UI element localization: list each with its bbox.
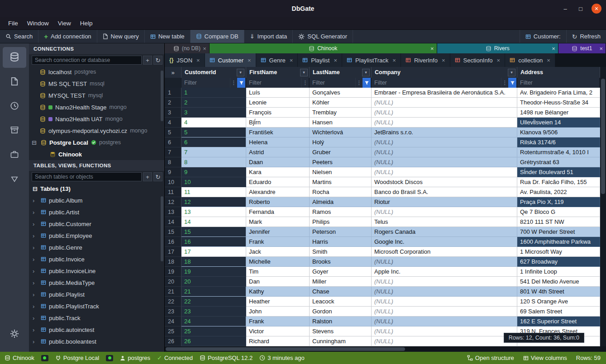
vertical-scrollbar[interactable]: [600, 67, 606, 346]
cell-company[interactable]: (NULL): [372, 336, 517, 346]
table-item-public-autoinctest[interactable]: ›public.autoinctest: [29, 324, 164, 336]
cell-lastname[interactable]: Stevens: [310, 326, 372, 336]
sidebar-files[interactable]: [3, 71, 26, 92]
cell-lastname[interactable]: Almeida: [310, 197, 372, 207]
sidebar-archive[interactable]: [3, 120, 26, 141]
tab-riverinfo[interactable]: RiverInfo×: [401, 53, 450, 67]
cell-lastname[interactable]: Philips: [310, 217, 372, 227]
cell-company[interactable]: Banco do Brasil S.A.: [372, 187, 517, 197]
toolbar-compare-db[interactable]: Compare DB: [191, 30, 244, 43]
connection-item-nano2health-uat[interactable]: Nano2Health UATmongo: [29, 113, 164, 125]
cell-company[interactable]: (NULL): [372, 257, 517, 267]
sidebar-connections[interactable]: [3, 47, 26, 68]
menu-window[interactable]: Window: [23, 19, 53, 28]
cell-customerid[interactable]: 24: [181, 317, 246, 326]
table-item-public-invoice[interactable]: ›public.Invoice: [29, 253, 164, 265]
db-tab-test1[interactable]: test1×: [558, 43, 606, 53]
table-item-public-invoiceline[interactable]: ›public.InvoiceLine: [29, 265, 164, 277]
cell-address[interactable]: 162 E Superior Street: [517, 317, 600, 326]
horizontal-scrollbar-thumb[interactable]: [166, 347, 405, 351]
menu-view[interactable]: View: [53, 19, 76, 28]
cell-company[interactable]: (NULL): [372, 118, 517, 128]
cell-address[interactable]: 1 Infinite Loop: [517, 267, 600, 277]
chevron-right-icon[interactable]: ›: [33, 209, 38, 216]
cell-customerid[interactable]: 5: [181, 128, 246, 137]
table-item-public-booleantest[interactable]: ›public.booleantest: [29, 336, 164, 347]
cell-company[interactable]: Microsoft Corporation: [372, 247, 517, 257]
cell-customerid[interactable]: 3: [181, 108, 246, 118]
row-number[interactable]: 6: [165, 137, 181, 147]
cell-address[interactable]: 8210 111 ST NW: [517, 217, 600, 227]
row-number[interactable]: 21: [165, 287, 181, 297]
toolbar-sql-generator[interactable]: SQL Generator: [293, 30, 353, 43]
table-item-public-playlist[interactable]: ›public.Playlist: [29, 288, 164, 300]
cell-firstname[interactable]: François: [246, 108, 310, 118]
row-number[interactable]: 15: [165, 227, 181, 237]
row-number[interactable]: 9: [165, 167, 181, 177]
chevron-down-icon[interactable]: ▾: [362, 69, 370, 76]
filter-input-customerid[interactable]: Filter⋮: [181, 78, 246, 88]
cell-address[interactable]: 700 W Pender Street: [517, 227, 600, 237]
cell-lastname[interactable]: Hansen: [310, 118, 372, 128]
cell-firstname[interactable]: Heather: [246, 297, 310, 307]
cell-address[interactable]: Theodor-Heuss-Straße 34: [517, 98, 600, 108]
chevron-right-icon[interactable]: ›: [33, 232, 38, 239]
cell-firstname[interactable]: Frank: [246, 317, 310, 326]
close-icon[interactable]: ×: [442, 57, 445, 64]
column-header-customerid[interactable]: CustomerId▾: [181, 67, 246, 78]
cell-firstname[interactable]: Frank: [246, 237, 310, 247]
chevron-down-icon[interactable]: ▾: [237, 69, 244, 76]
cell-company[interactable]: (NULL): [372, 277, 517, 287]
cell-customerid[interactable]: 9: [181, 167, 246, 177]
chevron-right-icon[interactable]: ›: [33, 256, 38, 263]
cell-firstname[interactable]: Alexandre: [246, 187, 310, 197]
row-number[interactable]: 20: [165, 277, 181, 287]
chevron-right-icon[interactable]: ›: [33, 338, 38, 345]
table-item-public-artist[interactable]: ›public.Artist: [29, 206, 164, 218]
cell-firstname[interactable]: Leonie: [246, 98, 310, 108]
status-view-columns[interactable]: View columns: [523, 355, 567, 361]
cell-lastname[interactable]: Gonçalves: [310, 88, 372, 98]
chevron-down-icon[interactable]: ▾: [508, 69, 515, 76]
tab-sectioninfo[interactable]: SectionInfo×: [450, 53, 506, 67]
status-3-minutes-ago[interactable]: 3 minutes ago: [259, 355, 305, 361]
cell-company[interactable]: Google Inc.: [372, 237, 517, 247]
cell-firstname[interactable]: Luís: [246, 88, 310, 98]
chevron-right-icon[interactable]: ›: [33, 315, 38, 321]
refresh-connections-button[interactable]: ↻: [153, 56, 162, 65]
expand-columns-button[interactable]: »: [165, 67, 181, 78]
table-item-public-track[interactable]: ›public.Track: [29, 312, 164, 324]
cell-firstname[interactable]: Victor: [246, 326, 310, 336]
cell-customerid[interactable]: 26: [181, 336, 246, 346]
cell-customerid[interactable]: 12: [181, 197, 246, 207]
row-number[interactable]: 23: [165, 307, 181, 317]
cell-company[interactable]: Rogers Canada: [372, 227, 517, 237]
menu-help[interactable]: Help: [76, 19, 97, 28]
column-header-firstname[interactable]: FirstName▾: [246, 67, 310, 78]
maximize-button[interactable]: □: [576, 5, 585, 12]
collapse-icon[interactable]: ⊟: [33, 185, 38, 192]
cell-lastname[interactable]: Harris: [310, 237, 372, 247]
close-icon[interactable]: ×: [334, 57, 337, 64]
status-chinook[interactable]: Chinook: [5, 355, 34, 361]
cell-address[interactable]: 541 Del Medio Avenue: [517, 277, 600, 287]
row-number[interactable]: 17: [165, 247, 181, 257]
row-number[interactable]: 5: [165, 128, 181, 137]
cell-customerid[interactable]: 6: [181, 137, 246, 147]
close-icon[interactable]: ×: [552, 45, 555, 52]
tab-playlist[interactable]: Playlist×: [298, 53, 342, 67]
cell-address[interactable]: Klanova 9/506: [517, 128, 600, 137]
row-number[interactable]: 1: [165, 88, 181, 98]
column-header-lastname[interactable]: LastName▾: [310, 67, 372, 78]
cell-address[interactable]: 1 Microsoft Way: [517, 247, 600, 257]
connection-item-mysql-test[interactable]: MYSQL TESTmysql: [29, 90, 164, 101]
table-item-public-customer[interactable]: ›public.Customer: [29, 218, 164, 230]
cell-customerid[interactable]: 10: [181, 177, 246, 187]
row-number[interactable]: 19: [165, 267, 181, 277]
status-connected[interactable]: ✓Connected: [157, 355, 193, 361]
chevron-right-icon[interactable]: ›: [33, 268, 38, 274]
close-icon[interactable]: ×: [547, 57, 550, 64]
row-number[interactable]: 11: [165, 187, 181, 197]
cell-lastname[interactable]: Smith: [310, 247, 372, 257]
cell-address[interactable]: Grétrystraat 63: [517, 157, 600, 167]
